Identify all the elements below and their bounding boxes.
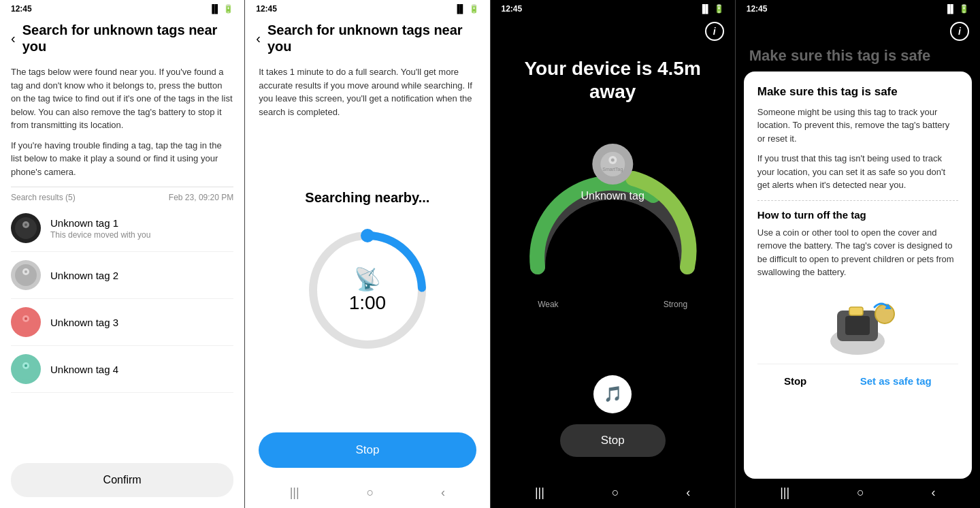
info-icon-4[interactable]: i [950, 22, 969, 41]
stop-button-3[interactable]: Stop [560, 424, 666, 457]
tag-info-3: Unknown tag 3 [50, 317, 233, 328]
tag-name-4: Unknown tag 4 [50, 364, 233, 375]
svg-point-8 [24, 317, 27, 320]
tag-name-2: Unknown tag 2 [50, 270, 233, 281]
s2-body: It takes 1 minute to do a full search. Y… [245, 60, 489, 479]
tag-sub-1: This device moved with you [50, 230, 233, 240]
s1-description: The tags below were found near you. If y… [11, 60, 233, 187]
signal-icon-2: ▐▌ [454, 4, 466, 14]
nav-menu-icon-4[interactable]: ||| [780, 486, 789, 500]
tag-item-2[interactable]: Unknown tag 2 [11, 252, 233, 299]
search-results-label: Search results (5) [11, 193, 76, 202]
svg-text:SmartTag: SmartTag [602, 167, 623, 172]
battery-icon-4: 🔋 [959, 4, 969, 14]
s2-description: It takes 1 minute to do a full search. Y… [259, 60, 476, 129]
back-button-1[interactable]: ‹ [11, 31, 16, 46]
nav-bar-4: ||| ○ ‹ [736, 479, 980, 508]
back-button-2[interactable]: ‹ [256, 31, 261, 46]
s1-desc-p2: If you're having trouble finding a tag, … [11, 139, 233, 179]
status-icons-4: ▐▌ 🔋 [945, 4, 969, 14]
tag-device-icon: SmartTag [592, 144, 633, 185]
modal-title: Make sure this tag is safe [757, 85, 958, 99]
nav-back-icon-4[interactable]: ‹ [932, 486, 936, 500]
stop-button-2[interactable]: Stop [259, 432, 476, 468]
info-icon-3[interactable]: i [705, 22, 724, 41]
nav-home-icon-4[interactable]: ○ [857, 486, 864, 500]
svg-point-2 [24, 223, 27, 226]
tag-icon-1 [11, 213, 41, 243]
page-title-2: Search for unknown tags near you [267, 22, 479, 54]
distance-label: Your device is 4.5m away [491, 46, 735, 103]
battery-icon: 🔋 [223, 4, 233, 14]
tag-icon-4 [11, 354, 41, 384]
tag-shape-2 [14, 263, 38, 287]
tag-info-1: Unknown tag 1 This device moved with you [50, 217, 233, 240]
sound-button[interactable]: 🎵 [593, 375, 632, 413]
search-date: Feb 23, 09:20 PM [169, 193, 233, 202]
status-bar-2: 12:45 ▐▌ 🔋 [245, 0, 489, 16]
tag-list: Unknown tag 1 This device moved with you… [11, 205, 233, 393]
s1-desc-p1: The tags below were found near you. If y… [11, 65, 233, 132]
nav-bar-2: ||| ○ ‹ [245, 479, 489, 508]
nav-home-icon-2[interactable]: ○ [366, 486, 374, 500]
sound-btn-wrapper: 🎵 [491, 364, 735, 424]
s4-info-header: i [736, 16, 980, 46]
nav-back-icon-3[interactable]: ‹ [686, 486, 690, 500]
tag-inner-svg: SmartTag [599, 150, 626, 178]
status-icons-1: ▐▌ 🔋 [209, 4, 233, 14]
search-visual: Searching nearby... 📡 1:00 [259, 129, 476, 432]
status-icons-2: ▐▌ 🔋 [454, 4, 478, 14]
battery-icon-3: 🔋 [714, 4, 724, 14]
svg-point-11 [24, 364, 27, 367]
page-title-1: Search for unknown tags near you [22, 22, 234, 54]
tag-info-4: Unknown tag 4 [50, 364, 233, 375]
tag-item-1[interactable]: Unknown tag 1 This device moved with you [11, 205, 233, 252]
searching-label: Searching nearby... [305, 190, 429, 206]
confirm-button[interactable]: Confirm [11, 463, 233, 497]
svg-rect-24 [849, 307, 863, 315]
modal-stop-button[interactable]: Stop [776, 372, 815, 390]
gauge-area: SmartTag Unknown tag Weak Strong [491, 103, 735, 364]
s1-body: The tags below were found near you. If y… [0, 60, 244, 455]
ring-inner: 📡 1:00 [349, 266, 387, 314]
stop-btn-wrapper-3: Stop [491, 424, 735, 471]
tag-item-4[interactable]: Unknown tag 4 [11, 346, 233, 393]
battery-svg [810, 290, 905, 358]
battery-icon-2: 🔋 [469, 4, 479, 14]
modal-text-2: If you trust that this tag isn't being u… [757, 152, 958, 192]
time-3: 12:45 [502, 4, 523, 14]
modal-how-to-title: How to turn off the tag [757, 209, 958, 221]
tag-icon-3 [11, 307, 41, 337]
modal-actions: Stop Set as safe tag [757, 364, 958, 392]
modal-safe-button[interactable]: Set as safe tag [852, 372, 940, 390]
tag-shape-4 [14, 357, 38, 381]
signal-icon-3: ▐▌ [700, 4, 711, 14]
modal-card: Make sure this tag is safe Someone might… [744, 72, 972, 479]
tag-shape-1 [14, 216, 38, 240]
search-meta: Search results (5) Feb 23, 09:20 PM [11, 187, 233, 205]
tag-center: SmartTag Unknown tag [581, 144, 644, 202]
modal-how-to-text: Use a coin or other tool to open the cov… [757, 226, 958, 279]
blur-title: Make sure this tag is safe [736, 46, 980, 72]
screen-4: 12:45 ▐▌ 🔋 i Make sure this tag is safe … [735, 0, 980, 508]
signal-icon: ▐▌ [209, 4, 220, 14]
tag-shape-3 [14, 310, 38, 334]
nav-menu-icon-3[interactable]: ||| [535, 486, 544, 500]
tag-name-1: Unknown tag 1 [50, 217, 233, 229]
header-2: ‹ Search for unknown tags near you [245, 16, 489, 60]
status-bar-1: 12:45 ▐▌ 🔋 [0, 0, 244, 16]
status-icons-3: ▐▌ 🔋 [700, 4, 724, 14]
ring-container: 📡 1:00 [299, 222, 436, 358]
tag-info-2: Unknown tag 2 [50, 270, 233, 281]
modal-text-1: Someone might be using this tag to track… [757, 106, 958, 146]
screen-3: 12:45 ▐▌ 🔋 i Your device is 4.5m away [490, 0, 735, 508]
screen-1: 12:45 ▐▌ 🔋 ‹ Search for unknown tags nea… [0, 0, 244, 508]
nav-home-icon-3[interactable]: ○ [612, 486, 619, 500]
tag-label: Unknown tag [581, 190, 644, 202]
gauge-labels: Weak Strong [538, 300, 687, 309]
tag-item-3[interactable]: Unknown tag 3 [11, 299, 233, 346]
status-bar-4: 12:45 ▐▌ 🔋 [736, 0, 980, 16]
nav-menu-icon-2[interactable]: ||| [290, 486, 299, 500]
nav-bar-3: ||| ○ ‹ [491, 479, 735, 508]
nav-back-icon-2[interactable]: ‹ [441, 486, 445, 500]
